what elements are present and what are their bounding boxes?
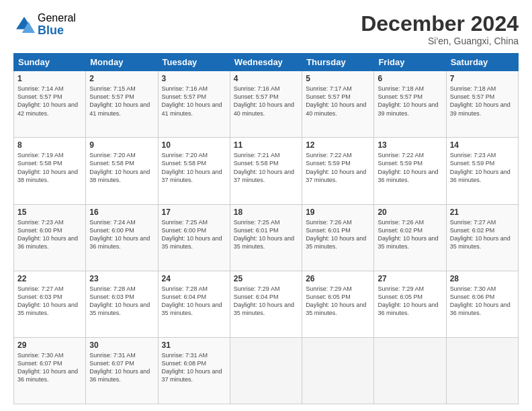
table-row: 28Sunrise: 7:30 AMSunset: 6:06 PMDayligh…	[446, 271, 518, 337]
day-number: 24	[162, 274, 226, 283]
table-row	[446, 337, 518, 404]
table-row	[230, 337, 302, 404]
col-sunday: Sunday	[14, 54, 86, 71]
header-row: Sunday Monday Tuesday Wednesday Thursday…	[14, 54, 519, 71]
week-row-5: 29Sunrise: 7:30 AMSunset: 6:07 PMDayligh…	[14, 337, 519, 404]
day-number: 18	[234, 208, 298, 217]
day-number: 6	[378, 74, 442, 83]
table-row: 26Sunrise: 7:29 AMSunset: 6:05 PMDayligh…	[302, 271, 374, 337]
day-number: 14	[450, 140, 515, 150]
day-number: 13	[378, 140, 442, 150]
col-wednesday: Wednesday	[230, 54, 302, 71]
title-area: December 2024 Si'en, Guangxi, China	[361, 12, 519, 46]
day-number: 16	[89, 208, 154, 217]
day-info: Sunrise: 7:27 AMSunset: 6:02 PMDaylight:…	[450, 219, 511, 250]
day-number: 12	[306, 140, 370, 150]
table-row: 20Sunrise: 7:26 AMSunset: 6:02 PMDayligh…	[374, 204, 446, 271]
day-number: 20	[378, 208, 442, 217]
logo-blue: Blue	[38, 24, 76, 38]
table-row: 31Sunrise: 7:31 AMSunset: 6:08 PMDayligh…	[158, 337, 230, 404]
day-info: Sunrise: 7:24 AMSunset: 6:00 PMDaylight:…	[89, 219, 150, 250]
week-row-3: 15Sunrise: 7:23 AMSunset: 6:00 PMDayligh…	[14, 204, 519, 271]
day-info: Sunrise: 7:18 AMSunset: 5:57 PMDaylight:…	[450, 85, 511, 116]
calendar-body: 1Sunrise: 7:14 AMSunset: 5:57 PMDaylight…	[14, 71, 519, 404]
col-saturday: Saturday	[446, 54, 518, 71]
day-info: Sunrise: 7:29 AMSunset: 6:05 PMDaylight:…	[378, 285, 438, 316]
table-row: 10Sunrise: 7:20 AMSunset: 5:58 PMDayligh…	[158, 138, 230, 204]
table-row: 5Sunrise: 7:17 AMSunset: 5:57 PMDaylight…	[302, 71, 374, 138]
day-number: 10	[162, 140, 226, 150]
table-row	[302, 337, 374, 404]
calendar-header: Sunday Monday Tuesday Wednesday Thursday…	[14, 54, 519, 71]
col-tuesday: Tuesday	[158, 54, 230, 71]
day-info: Sunrise: 7:21 AMSunset: 5:58 PMDaylight:…	[234, 152, 294, 183]
day-number: 4	[234, 74, 298, 83]
day-number: 30	[89, 340, 154, 350]
week-row-2: 8Sunrise: 7:19 AMSunset: 5:58 PMDaylight…	[14, 138, 519, 204]
day-info: Sunrise: 7:16 AMSunset: 5:57 PMDaylight:…	[162, 85, 222, 116]
table-row: 2Sunrise: 7:15 AMSunset: 5:57 PMDaylight…	[86, 71, 158, 138]
table-row: 14Sunrise: 7:23 AMSunset: 5:59 PMDayligh…	[446, 138, 518, 204]
day-number: 11	[234, 140, 298, 150]
table-row: 19Sunrise: 7:26 AMSunset: 6:01 PMDayligh…	[302, 204, 374, 271]
day-number: 17	[162, 208, 226, 217]
week-row-1: 1Sunrise: 7:14 AMSunset: 5:57 PMDaylight…	[14, 71, 519, 138]
logo-general: General	[38, 12, 76, 24]
day-info: Sunrise: 7:16 AMSunset: 5:57 PMDaylight:…	[234, 85, 294, 116]
logo-icon	[13, 14, 35, 36]
day-number: 29	[17, 340, 82, 350]
day-number: 21	[450, 208, 515, 217]
table-row: 29Sunrise: 7:30 AMSunset: 6:07 PMDayligh…	[14, 337, 86, 404]
table-row: 11Sunrise: 7:21 AMSunset: 5:58 PMDayligh…	[230, 138, 302, 204]
week-row-4: 22Sunrise: 7:27 AMSunset: 6:03 PMDayligh…	[14, 271, 519, 337]
day-number: 7	[450, 74, 515, 83]
day-info: Sunrise: 7:14 AMSunset: 5:57 PMDaylight:…	[17, 85, 78, 116]
day-info: Sunrise: 7:30 AMSunset: 6:06 PMDaylight:…	[450, 285, 511, 316]
day-number: 3	[162, 74, 226, 83]
day-info: Sunrise: 7:19 AMSunset: 5:58 PMDaylight:…	[17, 152, 78, 183]
table-row: 3Sunrise: 7:16 AMSunset: 5:57 PMDaylight…	[158, 71, 230, 138]
day-number: 5	[306, 74, 370, 83]
table-row: 30Sunrise: 7:31 AMSunset: 6:07 PMDayligh…	[86, 337, 158, 404]
day-number: 26	[306, 274, 370, 283]
day-info: Sunrise: 7:15 AMSunset: 5:57 PMDaylight:…	[89, 85, 150, 116]
day-number: 9	[89, 140, 154, 150]
day-info: Sunrise: 7:29 AMSunset: 6:04 PMDaylight:…	[234, 285, 294, 316]
day-number: 1	[17, 74, 82, 83]
day-number: 22	[17, 274, 82, 283]
table-row: 18Sunrise: 7:25 AMSunset: 6:01 PMDayligh…	[230, 204, 302, 271]
day-info: Sunrise: 7:28 AMSunset: 6:03 PMDaylight:…	[89, 285, 150, 316]
day-info: Sunrise: 7:20 AMSunset: 5:58 PMDaylight:…	[162, 152, 222, 183]
location: Si'en, Guangxi, China	[361, 36, 519, 46]
day-number: 8	[17, 140, 82, 150]
table-row: 6Sunrise: 7:18 AMSunset: 5:57 PMDaylight…	[374, 71, 446, 138]
col-monday: Monday	[86, 54, 158, 71]
page: General Blue December 2024 Si'en, Guangx…	[0, 0, 532, 411]
table-row: 1Sunrise: 7:14 AMSunset: 5:57 PMDaylight…	[14, 71, 86, 138]
logo: General Blue	[13, 12, 76, 37]
table-row: 27Sunrise: 7:29 AMSunset: 6:05 PMDayligh…	[374, 271, 446, 337]
table-row: 13Sunrise: 7:22 AMSunset: 5:59 PMDayligh…	[374, 138, 446, 204]
table-row: 17Sunrise: 7:25 AMSunset: 6:00 PMDayligh…	[158, 204, 230, 271]
table-row: 23Sunrise: 7:28 AMSunset: 6:03 PMDayligh…	[86, 271, 158, 337]
day-info: Sunrise: 7:26 AMSunset: 6:01 PMDaylight:…	[306, 219, 366, 250]
month-title: December 2024	[361, 12, 519, 36]
table-row: 12Sunrise: 7:22 AMSunset: 5:59 PMDayligh…	[302, 138, 374, 204]
day-info: Sunrise: 7:28 AMSunset: 6:04 PMDaylight:…	[162, 285, 222, 316]
day-number: 28	[450, 274, 515, 283]
table-row: 4Sunrise: 7:16 AMSunset: 5:57 PMDaylight…	[230, 71, 302, 138]
day-info: Sunrise: 7:25 AMSunset: 6:01 PMDaylight:…	[234, 219, 294, 250]
table-row: 24Sunrise: 7:28 AMSunset: 6:04 PMDayligh…	[158, 271, 230, 337]
calendar-table: Sunday Monday Tuesday Wednesday Thursday…	[13, 53, 519, 404]
day-number: 23	[89, 274, 154, 283]
logo-text: General Blue	[38, 12, 76, 37]
day-number: 27	[378, 274, 442, 283]
day-info: Sunrise: 7:27 AMSunset: 6:03 PMDaylight:…	[17, 285, 78, 316]
day-number: 15	[17, 208, 82, 217]
day-info: Sunrise: 7:26 AMSunset: 6:02 PMDaylight:…	[378, 219, 438, 250]
table-row: 21Sunrise: 7:27 AMSunset: 6:02 PMDayligh…	[446, 204, 518, 271]
day-info: Sunrise: 7:23 AMSunset: 5:59 PMDaylight:…	[450, 152, 511, 183]
day-info: Sunrise: 7:20 AMSunset: 5:58 PMDaylight:…	[89, 152, 150, 183]
day-info: Sunrise: 7:31 AMSunset: 6:08 PMDaylight:…	[162, 352, 222, 383]
day-info: Sunrise: 7:17 AMSunset: 5:57 PMDaylight:…	[306, 85, 366, 116]
